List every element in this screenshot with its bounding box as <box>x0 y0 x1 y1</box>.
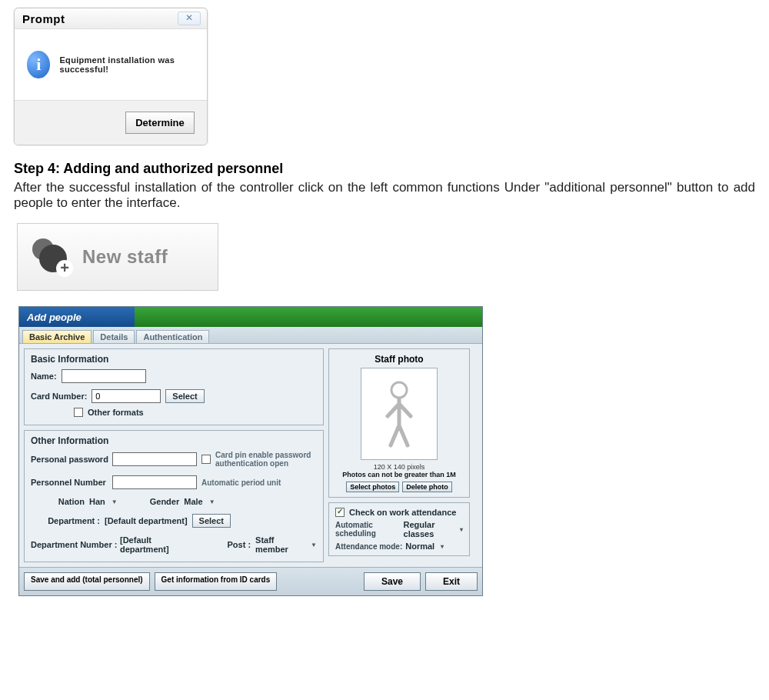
add-people-dialog: Add people Basic Archive Details Authent… <box>18 306 483 596</box>
department-label: Department : <box>31 516 100 525</box>
attendance-mode-select[interactable]: Normal ▾ <box>405 542 444 551</box>
attendance-checkbox[interactable] <box>335 508 345 517</box>
photo-limit-note: Photos can not be greater than 1M <box>334 471 464 478</box>
other-formats-label: Other formats <box>88 408 144 417</box>
select-department-button[interactable]: Select <box>192 514 231 528</box>
staff-photo-title: Staff photo <box>334 354 464 365</box>
person-placeholder-icon <box>380 379 418 448</box>
card-number-input[interactable] <box>92 389 161 403</box>
other-info-title: Other Information <box>31 435 317 446</box>
determine-button[interactable]: Determine <box>125 112 195 134</box>
chevron-down-icon: ▼ <box>209 498 215 505</box>
personnel-number-input[interactable] <box>112 475 197 489</box>
dialog-tabs: Basic Archive Details Authentication <box>19 327 482 344</box>
card-pin-enable-label: Card pin enable password authentication … <box>215 451 317 468</box>
card-pin-enable-checkbox[interactable] <box>201 455 211 464</box>
name-label: Name: <box>31 372 57 381</box>
nation-select[interactable]: Han ▼ <box>89 497 118 506</box>
save-and-add-button[interactable]: Save and add (total personnel) <box>24 572 150 591</box>
add-people-icon: + <box>28 238 72 275</box>
prompt-dialog: Prompt ✕ i Equipment installation was su… <box>14 8 208 145</box>
name-input[interactable] <box>62 369 146 383</box>
nation-label: Nation <box>31 497 85 506</box>
attendance-label: Check on work attendance <box>349 508 456 517</box>
prompt-message: Equipment installation was successful! <box>59 55 201 74</box>
select-card-button[interactable]: Select <box>165 389 204 403</box>
dialog-title: Add people <box>19 307 135 327</box>
personal-password-label: Personal password <box>31 455 108 464</box>
prompt-title: Prompt <box>22 12 65 25</box>
delete-photo-button[interactable]: Delete photo <box>402 482 452 492</box>
personnel-number-label: Personnel Number <box>31 478 108 487</box>
chevron-down-icon: ▼ <box>311 542 317 548</box>
select-photos-button[interactable]: Select photos <box>346 482 399 492</box>
tab-details[interactable]: Details <box>93 330 135 343</box>
department-number-value: [Default department] <box>120 535 197 554</box>
chevron-down-icon: ▾ <box>441 543 444 550</box>
exit-button[interactable]: Exit <box>425 572 478 591</box>
card-number-label: Card Number: <box>31 392 87 401</box>
save-button[interactable]: Save <box>364 572 421 591</box>
dialog-header: Add people <box>19 307 482 327</box>
attendance-panel: Check on work attendance Automatic sched… <box>328 502 470 556</box>
new-staff-button[interactable]: + New staff <box>17 223 218 291</box>
close-icon[interactable]: ✕ <box>178 12 201 25</box>
chevron-down-icon: ▼ <box>112 498 118 505</box>
auto-period-note: Automatic period unit <box>201 478 281 487</box>
new-staff-label: New staff <box>82 246 168 268</box>
photo-size-note: 120 X 140 pixels <box>334 463 464 471</box>
staff-photo-panel: Staff photo 120 X 140 pixels Photos can … <box>328 348 470 498</box>
post-select[interactable]: Staff member ▼ <box>255 535 317 554</box>
dialog-footer: Save and add (total personnel) Get infor… <box>19 567 482 595</box>
info-icon: i <box>27 51 50 78</box>
auto-scheduling-label: Automatic scheduling <box>335 521 401 538</box>
department-value: [Default department] <box>105 516 188 525</box>
gender-label: Gender <box>150 497 180 506</box>
tab-basic-archive[interactable]: Basic Archive <box>22 330 92 343</box>
other-formats-checkbox[interactable] <box>74 408 83 417</box>
auto-scheduling-select[interactable]: Regular classes ▾ <box>404 520 463 538</box>
basic-info-panel: Basic Information Name: Card Number: Sel… <box>24 348 324 425</box>
attendance-mode-label: Attendance mode: <box>335 542 402 551</box>
gender-select[interactable]: Male ▼ <box>184 497 215 506</box>
svg-point-0 <box>391 382 407 398</box>
step-paragraph: After the successful installation of the… <box>14 180 755 211</box>
department-number-label: Department Number : <box>31 540 115 549</box>
post-label: Post : <box>228 540 251 549</box>
other-info-panel: Other Information Personal password Card… <box>24 430 324 562</box>
step-heading: Step 4: Adding and authorized personnel <box>14 161 769 177</box>
prompt-titlebar: Prompt ✕ <box>15 8 207 29</box>
basic-info-title: Basic Information <box>31 354 317 365</box>
photo-preview <box>361 368 438 460</box>
tab-authentication[interactable]: Authentication <box>136 330 209 343</box>
personal-password-input[interactable] <box>112 452 197 466</box>
chevron-down-icon: ▾ <box>460 526 463 533</box>
get-id-info-button[interactable]: Get information from ID cards <box>155 572 278 591</box>
